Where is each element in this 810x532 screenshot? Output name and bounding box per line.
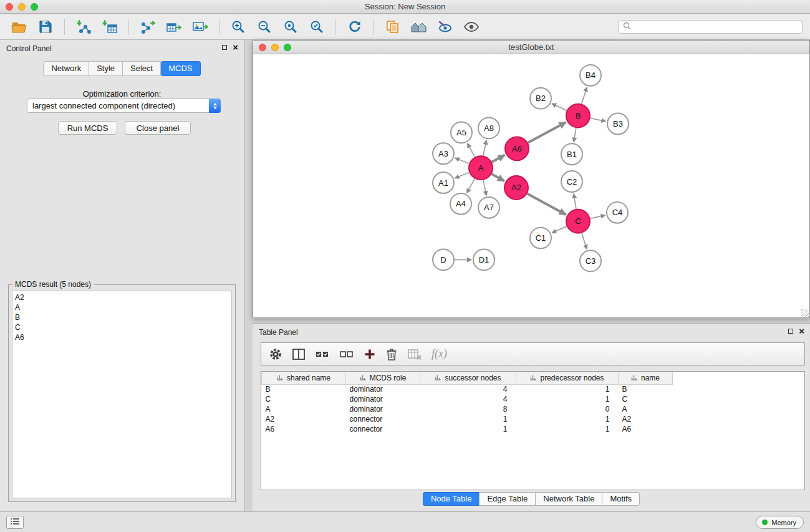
node-D1[interactable]: D1 (473, 249, 494, 271)
edge-A-A8[interactable] (483, 140, 486, 156)
table-cell[interactable]: 1 (516, 414, 619, 424)
node-A4[interactable]: A4 (450, 193, 471, 215)
table-cell[interactable]: B (619, 384, 673, 394)
open-recent-files-icon[interactable] (381, 16, 405, 37)
node-D[interactable]: D (433, 249, 454, 271)
tab-node-table[interactable]: Node Table (423, 492, 480, 506)
edge-B-B4[interactable] (582, 87, 587, 104)
select-all-rows-icon[interactable] (315, 348, 330, 360)
edge-A-A6[interactable] (492, 155, 505, 162)
column-header-name[interactable]: name (619, 372, 673, 384)
edge-B-B3[interactable] (591, 118, 606, 121)
table-cell[interactable]: B (262, 384, 346, 394)
edge-C-C4[interactable] (591, 215, 605, 218)
tab-motifs[interactable]: Motifs (602, 492, 640, 506)
edge-A-A7[interactable] (483, 180, 486, 196)
criterion-select[interactable]: largest connected component (directed) (27, 99, 221, 113)
save-session-icon[interactable] (34, 16, 57, 37)
column-header-mcds-role[interactable]: MCDS role (346, 372, 420, 384)
table-cell[interactable]: 8 (420, 404, 516, 414)
node-C4[interactable]: C4 (607, 202, 628, 223)
close-panel-button[interactable]: Close panel (125, 121, 191, 135)
tab-network-table[interactable]: Network Table (535, 492, 602, 506)
node-B2[interactable]: B2 (530, 88, 551, 109)
close-panel-icon[interactable]: × (233, 44, 238, 51)
table-cell[interactable]: 4 (420, 394, 516, 404)
tab-edge-table[interactable]: Edge Table (479, 492, 536, 506)
edge-C-C1[interactable] (552, 226, 567, 233)
table-cell[interactable]: 1 (516, 394, 619, 404)
column-header-predecessor-nodes[interactable]: predecessor nodes (516, 372, 619, 384)
edge-A-A3[interactable] (455, 158, 470, 163)
add-column-icon[interactable] (364, 348, 376, 360)
float-panel-icon[interactable] (222, 45, 227, 50)
table-cell[interactable]: C (262, 394, 346, 404)
edge-A-A2[interactable] (491, 174, 504, 181)
network-canvas[interactable]: B4B2BB3A5A8A6B1A3AC2A1A2A4A7CC4C1C3DD1 (253, 54, 809, 317)
table-cell[interactable]: A6 (262, 424, 346, 434)
column-header-successor-nodes[interactable]: successor nodes (420, 372, 516, 384)
network-graph[interactable]: B4B2BB3A5A8A6B1A3AC2A1A2A4A7CC4C1C3DD1 (253, 54, 809, 317)
tab-network[interactable]: Network (43, 61, 89, 76)
show-hide-panel-icon[interactable] (460, 16, 483, 37)
tab-select[interactable]: Select (123, 61, 161, 76)
show-graphics-details-icon[interactable] (433, 16, 457, 37)
table-cell[interactable]: 1 (516, 424, 619, 434)
zoom-window-button[interactable] (31, 3, 38, 11)
edge-A-A4[interactable] (467, 179, 475, 193)
edge-A2-C[interactable] (528, 194, 566, 215)
node-C[interactable]: C (566, 210, 590, 233)
network-zoom-button[interactable] (284, 44, 291, 51)
table-row[interactable]: A6connector11A6 (262, 424, 673, 434)
function-builder-icon[interactable]: f(x) (432, 347, 447, 360)
tab-style[interactable]: Style (89, 61, 123, 76)
table-cell[interactable]: 1 (516, 384, 619, 394)
zoom-reset-icon[interactable] (279, 16, 302, 37)
deselect-all-rows-icon[interactable] (339, 348, 354, 360)
delete-table-icon[interactable] (407, 348, 422, 360)
edge-C-C3[interactable] (582, 233, 587, 249)
node-A8[interactable]: A8 (478, 118, 499, 139)
export-table-icon[interactable] (162, 16, 186, 37)
node-B[interactable]: B (566, 104, 590, 128)
table-cell[interactable]: connector (346, 424, 420, 434)
column-visibility-icon[interactable] (292, 348, 306, 360)
edge-B-B2[interactable] (552, 104, 567, 110)
resize-handle[interactable] (801, 309, 809, 317)
table-cell[interactable]: 1 (420, 424, 516, 434)
minimize-window-button[interactable] (18, 3, 26, 11)
edge-C-C2[interactable] (574, 194, 576, 209)
home-panels-icon[interactable] (407, 16, 431, 37)
task-history-button[interactable] (6, 516, 24, 529)
import-network-file-icon[interactable] (72, 16, 95, 37)
node-B1[interactable]: B1 (561, 143, 582, 165)
table-row[interactable]: Adominator80A (262, 404, 673, 414)
table-row[interactable]: Cdominator41C (262, 394, 673, 404)
open-session-icon[interactable] (7, 16, 31, 37)
zoom-fit-selected-icon[interactable] (305, 16, 329, 37)
node-A6[interactable]: A6 (505, 137, 529, 160)
run-mcds-button[interactable]: Run MCDS (58, 121, 117, 135)
export-image-icon[interactable] (188, 16, 212, 37)
close-window-button[interactable] (6, 3, 13, 11)
tab-mcds[interactable]: MCDS (161, 61, 200, 76)
node-table-container[interactable]: shared nameMCDS rolesuccessor nodesprede… (261, 371, 805, 490)
float-panel-icon[interactable] (788, 329, 793, 334)
node-A2[interactable]: A2 (504, 176, 528, 200)
network-minimize-button[interactable] (271, 44, 279, 51)
zoom-out-icon[interactable] (253, 16, 276, 37)
node-A5[interactable]: A5 (451, 122, 472, 143)
close-panel-icon[interactable]: × (799, 328, 804, 334)
table-cell[interactable]: C (619, 394, 673, 404)
table-cell[interactable]: dominator (346, 384, 420, 394)
edge-A-A1[interactable] (455, 173, 470, 178)
node-B4[interactable]: B4 (580, 65, 601, 86)
search-input[interactable] (634, 22, 798, 32)
refresh-view-icon[interactable] (343, 16, 367, 37)
table-cell[interactable]: 0 (516, 404, 619, 414)
node-B3[interactable]: B3 (607, 114, 629, 135)
node-A[interactable]: A (469, 156, 493, 180)
table-cell[interactable]: dominator (346, 394, 420, 404)
node-A3[interactable]: A3 (433, 143, 454, 164)
table-cell[interactable]: 4 (420, 384, 516, 394)
